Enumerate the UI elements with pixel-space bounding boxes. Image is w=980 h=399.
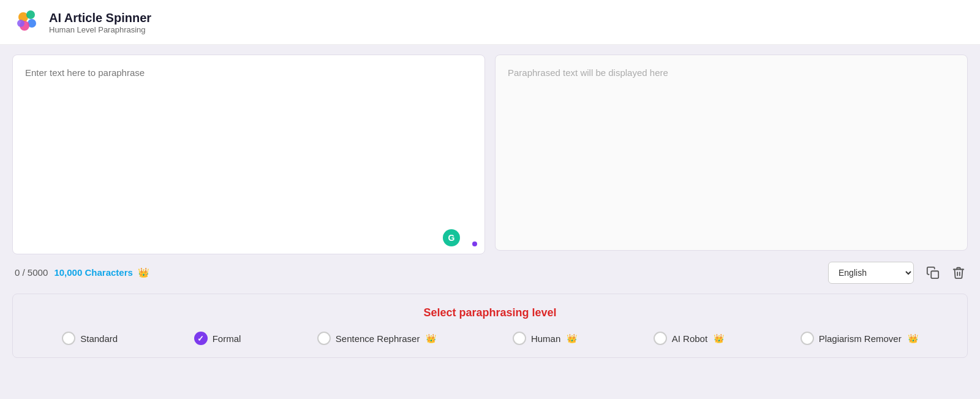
input-panel: G — [12, 55, 485, 254]
radio-formal — [194, 332, 208, 345]
upgrade-label[interactable]: 10,000 Characters — [54, 267, 132, 278]
copy-button[interactable] — [924, 264, 942, 282]
output-panel: Paraphrased text will be displayed here — [495, 55, 968, 251]
level-label-human: Human — [531, 333, 560, 344]
char-count-area: 0 / 5000 10,000 Characters 👑 — [12, 267, 149, 278]
level-option-sentence-rephraser[interactable]: Sentence Rephraser 👑 — [317, 332, 437, 345]
level-label-ai-robot: AI Robot — [672, 333, 707, 344]
svg-point-4 — [17, 20, 24, 27]
svg-point-1 — [26, 10, 35, 19]
level-option-standard[interactable]: Standard — [62, 332, 118, 345]
level-options: Standard Formal Sentence Rephraser 👑 Hum… — [28, 332, 952, 345]
radio-sentence-rephraser — [317, 332, 331, 345]
radio-plagiarism-remover — [801, 332, 814, 345]
level-label-standard: Standard — [80, 333, 118, 344]
text-panels: G Paraphrased text will be displayed her… — [12, 55, 968, 254]
app-subtitle: Human Level Paraphrasing — [49, 25, 151, 34]
crown-ai-robot: 👑 — [714, 333, 724, 343]
output-controls: English Spanish French German Italian Po… — [828, 262, 968, 284]
level-option-ai-robot[interactable]: AI Robot 👑 — [654, 332, 724, 345]
delete-button[interactable] — [949, 264, 968, 282]
level-option-plagiarism-remover[interactable]: Plagiarism Remover 👑 — [801, 332, 918, 345]
level-panel: Select paraphrasing level Standard Forma… — [12, 294, 968, 358]
level-label-sentence-rephraser: Sentence Rephraser — [336, 333, 420, 344]
current-chars: 0 — [15, 267, 20, 278]
bottom-row: 0 / 5000 10,000 Characters 👑 English Spa… — [12, 262, 968, 284]
separator: / — [23, 267, 28, 278]
action-icons — [924, 264, 968, 282]
output-placeholder: Paraphrased text will be displayed here — [508, 67, 668, 78]
level-option-human[interactable]: Human 👑 — [513, 332, 577, 345]
crown-icon: 👑 — [138, 267, 149, 278]
app-title: AI Article Spinner — [49, 10, 151, 25]
radio-human — [513, 332, 526, 345]
crown-human: 👑 — [567, 333, 577, 343]
radio-standard — [62, 332, 75, 345]
main-content: G Paraphrased text will be displayed her… — [0, 45, 980, 399]
level-option-formal[interactable]: Formal — [194, 332, 241, 345]
radio-ai-robot — [654, 332, 667, 345]
crown-sentence-rephraser: 👑 — [426, 333, 436, 343]
svg-rect-5 — [931, 271, 938, 278]
app-logo — [12, 7, 42, 37]
level-label-formal: Formal — [213, 333, 241, 344]
paraphrase-input[interactable] — [13, 55, 484, 251]
dot-indicator — [472, 241, 477, 246]
grammarly-icon[interactable]: G — [443, 229, 460, 246]
header-text: AI Article Spinner Human Level Paraphras… — [49, 10, 151, 34]
crown-plagiarism-remover: 👑 — [908, 333, 918, 343]
level-title: Select paraphrasing level — [28, 306, 952, 319]
level-label-plagiarism-remover: Plagiarism Remover — [819, 333, 902, 344]
max-chars: 5000 — [28, 267, 48, 278]
language-select[interactable]: English Spanish French German Italian Po… — [828, 262, 914, 284]
app-header: AI Article Spinner Human Level Paraphras… — [0, 0, 980, 45]
